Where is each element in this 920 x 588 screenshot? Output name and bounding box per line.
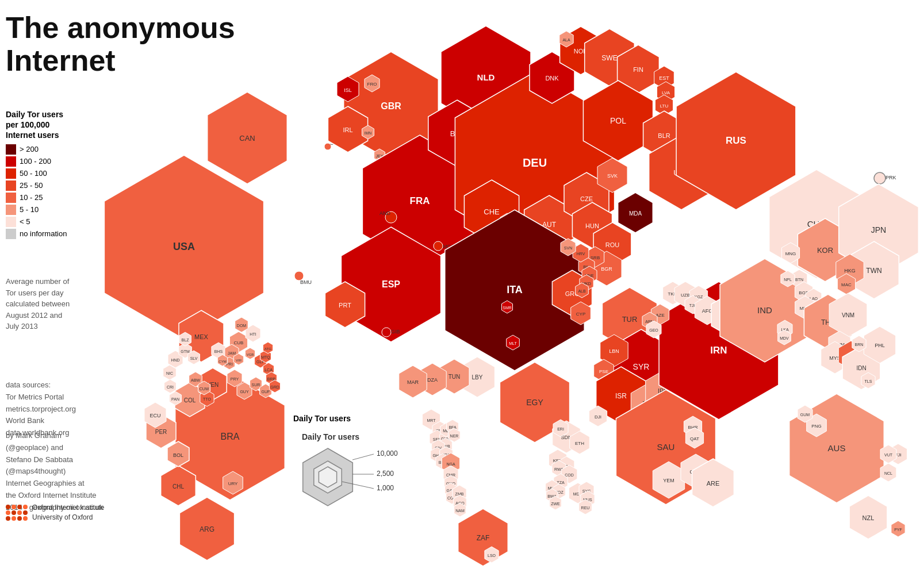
svg-text:GBR: GBR <box>381 101 401 111</box>
svg-text:CZE: CZE <box>580 195 593 202</box>
svg-text:ITA: ITA <box>507 284 523 295</box>
svg-point-111 <box>382 328 391 337</box>
svg-text:CRI: CRI <box>167 385 174 389</box>
svg-text:NZL: NZL <box>862 514 875 521</box>
svg-text:BOL: BOL <box>173 452 183 458</box>
svg-text:SRB: SRB <box>591 255 600 260</box>
svg-text:VUT: VUT <box>884 453 893 457</box>
svg-text:LTU: LTU <box>660 103 669 109</box>
svg-text:ZWE: ZWE <box>551 502 560 506</box>
svg-text:IRN: IRN <box>710 345 727 356</box>
svg-text:GUM: GUM <box>800 413 810 417</box>
svg-text:VNM: VNM <box>842 312 854 318</box>
svg-text:CHL: CHL <box>172 483 184 490</box>
svg-text:BHS: BHS <box>214 349 223 353</box>
svg-text:AND: AND <box>379 210 391 216</box>
svg-text:SVN: SVN <box>564 246 572 250</box>
svg-text:EST: EST <box>659 75 669 81</box>
svg-text:FRO: FRO <box>367 82 377 87</box>
svg-text:GTM: GTM <box>181 349 190 353</box>
svg-text:EGY: EGY <box>526 398 543 407</box>
svg-text:IMN: IMN <box>365 131 372 135</box>
svg-text:DJI: DJI <box>595 414 601 420</box>
svg-point-109 <box>434 241 443 251</box>
svg-text:PRK: PRK <box>885 175 896 180</box>
svg-text:TLS: TLS <box>865 379 872 383</box>
svg-point-329 <box>874 172 885 184</box>
svg-text:LBY: LBY <box>472 374 483 381</box>
svg-text:ISR: ISR <box>615 392 627 400</box>
svg-text:ZAF: ZAF <box>477 534 490 542</box>
svg-text:GIB: GIB <box>391 329 400 335</box>
svg-text:CYP: CYP <box>576 312 585 317</box>
svg-text:LBN: LBN <box>609 348 619 354</box>
svg-text:USA: USA <box>173 241 195 252</box>
svg-text:BTN: BTN <box>795 278 803 282</box>
svg-text:ARG: ARG <box>200 525 214 533</box>
svg-text:NAM: NAM <box>455 509 465 513</box>
svg-text:FIN: FIN <box>633 66 643 73</box>
svg-text:FRA: FRA <box>410 195 430 206</box>
map-svg: USA CAN MEX BRA ARG CHL COL VEN PER <box>0 0 920 588</box>
svg-text:PRY: PRY <box>231 377 239 381</box>
svg-text:ETH: ETH <box>575 441 584 446</box>
svg-text:ISL: ISL <box>344 87 352 93</box>
svg-text:ROU: ROU <box>605 241 620 248</box>
svg-text:BMU: BMU <box>300 279 312 285</box>
svg-text:SWE: SWE <box>601 54 617 62</box>
svg-text:NER: NER <box>450 434 459 438</box>
svg-text:PYF: PYF <box>894 528 902 532</box>
svg-text:BRA: BRA <box>221 432 240 441</box>
svg-text:VIR: VIR <box>236 359 242 362</box>
svg-text:SVK: SVK <box>607 173 618 179</box>
svg-text:VGB: VGB <box>247 353 254 356</box>
svg-text:YEM: YEM <box>663 478 674 483</box>
svg-text:ESP: ESP <box>382 279 400 289</box>
svg-text:SLV: SLV <box>190 356 198 360</box>
svg-text:ERI: ERI <box>557 427 564 431</box>
svg-text:MDV: MDV <box>780 336 789 340</box>
svg-text:NLD: NLD <box>477 72 495 82</box>
svg-text:HRV: HRV <box>577 252 585 256</box>
svg-text:PHL: PHL <box>875 343 885 348</box>
svg-text:MRT: MRT <box>427 418 436 422</box>
svg-text:DEU: DEU <box>523 156 547 169</box>
svg-text:1,000: 1,000 <box>377 484 394 492</box>
svg-text:PNG: PNG <box>811 424 821 429</box>
svg-text:MEX: MEX <box>194 333 209 340</box>
svg-text:CUW: CUW <box>200 387 209 391</box>
svg-text:POL: POL <box>610 116 626 125</box>
svg-text:COL: COL <box>184 397 196 403</box>
svg-text:MTQ: MTQ <box>261 355 270 360</box>
svg-text:GUY: GUY <box>240 390 249 394</box>
svg-text:LVA: LVA <box>662 90 670 95</box>
svg-text:CUB: CUB <box>234 340 244 345</box>
svg-text:IRL: IRL <box>343 126 352 133</box>
svg-text:HUN: HUN <box>585 222 599 229</box>
svg-text:BLR: BLR <box>658 132 670 139</box>
svg-text:GUF: GUF <box>262 390 270 394</box>
svg-text:KOR: KOR <box>817 246 833 255</box>
svg-text:URY: URY <box>228 481 238 486</box>
svg-text:ALA: ALA <box>562 38 570 42</box>
svg-text:SMR: SMR <box>503 306 512 310</box>
svg-text:IND: IND <box>757 305 772 315</box>
svg-text:ATG: ATG <box>264 347 271 351</box>
svg-text:NPL: NPL <box>784 278 792 282</box>
svg-text:CAN: CAN <box>239 134 255 143</box>
svg-text:BGR: BGR <box>601 266 612 272</box>
svg-text:LSO: LSO <box>488 554 496 558</box>
svg-text:PRT: PRT <box>339 302 351 309</box>
svg-text:Daily Tor users: Daily Tor users <box>302 432 359 441</box>
svg-text:JPN: JPN <box>871 225 886 235</box>
svg-text:PER: PER <box>155 429 167 435</box>
svg-text:DZA: DZA <box>427 377 438 383</box>
svg-text:PAN: PAN <box>171 397 179 401</box>
svg-text:MAC: MAC <box>841 282 852 287</box>
svg-text:TUN: TUN <box>448 374 461 380</box>
svg-text:UZB: UZB <box>681 293 690 298</box>
svg-text:RUS: RUS <box>726 135 746 146</box>
svg-text:JAM: JAM <box>228 351 236 355</box>
svg-text:HTI: HTI <box>250 332 256 336</box>
svg-text:ECU: ECU <box>150 413 160 418</box>
